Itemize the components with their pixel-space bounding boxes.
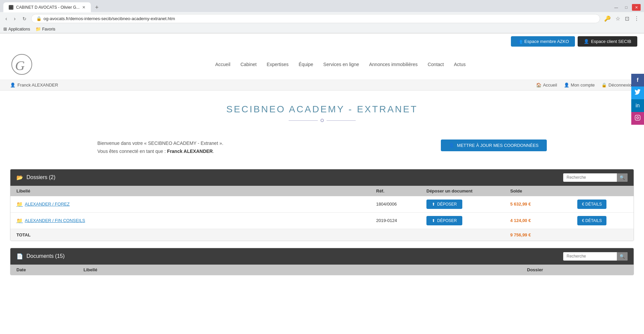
address-text: og-avocats.fr/demos-internes-secib/secib… (44, 16, 595, 21)
facebook-button[interactable]: f (631, 74, 644, 87)
divider-line-right (327, 120, 356, 121)
user-group-icon: 👥 (517, 39, 522, 44)
nav-actus[interactable]: Actus (454, 62, 466, 67)
bookmark-applications-label: Applications (8, 27, 30, 32)
new-tab-button[interactable]: + (92, 3, 101, 12)
deposer-button-2[interactable]: ⬆ DÉPOSER (426, 216, 462, 225)
more-icon[interactable]: ⋮ (633, 14, 641, 23)
details-button-1[interactable]: € DÉTAILS (577, 200, 606, 209)
total-row: TOTAL 9 756,99 € (10, 229, 634, 241)
maximize-button[interactable]: □ (622, 4, 631, 11)
back-button[interactable]: ‹ (3, 14, 9, 23)
site-nav: Accueil Cabinet Expertises Équipe Servic… (47, 62, 634, 67)
address-lock-icon: 🔒 (36, 16, 42, 21)
close-button[interactable]: ✕ (632, 4, 641, 11)
row1-deposer-cell: ⬆ DÉPOSER (426, 200, 510, 209)
bookmark-favoris[interactable]: 📁 Favoris (36, 26, 55, 32)
user-name: Franck ALEXANDER (17, 82, 58, 88)
apps-icon: ⊞ (3, 26, 7, 32)
row2-solde: 4 124,00 € (510, 218, 577, 223)
deposer-label-2: DÉPOSER (437, 218, 457, 223)
bookmark-applications[interactable]: ⊞ Applications (3, 26, 30, 32)
details-button-2[interactable]: € DÉTAILS (577, 216, 606, 225)
update-coordinates-button[interactable]: 👤 METTRE À JOUR MES COORDONNÉES (441, 140, 546, 151)
page-main-title: SECIBNEO ACADEMY - EXTRANET (7, 104, 637, 115)
title-divider (289, 119, 356, 122)
user-info: 👤 Franck ALEXANDER (10, 82, 58, 88)
nav-services[interactable]: Services en ligne (323, 62, 359, 67)
forward-button[interactable]: › (12, 14, 17, 23)
dossiers-header: 📂 Dossiers (2) 🔍 (10, 169, 634, 186)
dossiers-search-button[interactable]: 🔍 (617, 173, 628, 182)
tab-close-button[interactable]: ✕ (82, 5, 85, 10)
toolbar-icons: 🔑 ☆ ⊡ ⋮ (603, 14, 641, 23)
dossiers-col-headers: Libellé Réf. Déposer un document Solde (10, 186, 634, 196)
table-row: 📁 ALEXANDER / FOREZ 1804/0006 ⬆ DÉPOSER … (10, 196, 634, 213)
folder-fav-icon: 📁 (36, 26, 41, 32)
nav-accueil[interactable]: Accueil (215, 62, 230, 67)
col-solde: Solde (510, 188, 577, 193)
row2-ref: 2019-0124 (376, 218, 426, 223)
accueil-link[interactable]: 🏠 Accueil (536, 82, 557, 88)
mon-compte-link[interactable]: 👤 Mon compte (564, 82, 595, 88)
total-amount: 9 756,99 € (510, 232, 577, 237)
details-label-2: € DÉTAILS (582, 218, 602, 223)
deposer-label-1: DÉPOSER (437, 202, 457, 207)
accueil-label: Accueil (543, 82, 557, 88)
browser-bookmarks: ⊞ Applications 📁 Favoris (0, 25, 644, 33)
user-avatar-icon: 👤 (10, 82, 15, 88)
col-libelle: Libellé (16, 188, 376, 193)
col-deposer: Déposer un document (426, 188, 510, 193)
facebook-icon: f (637, 77, 638, 83)
star-icon[interactable]: ☆ (614, 14, 622, 23)
welcome-section: Bienvenue dans votre « SECIBNEO ACADEMY … (87, 136, 557, 162)
espace-client-button[interactable]: 👤 Espace client SECIB (578, 36, 637, 47)
row1-libelle-text: ALEXANDER / FOREZ (25, 202, 70, 207)
svg-rect-0 (635, 115, 640, 120)
folder-open-icon: 📂 (16, 174, 23, 181)
instagram-icon (635, 115, 641, 122)
site-nav-area: G Accueil Cabinet Expertises Équipe Serv… (0, 49, 644, 80)
browser-tab[interactable]: 🏛 CABINET D AVOCATS - Olivier G... ✕ (3, 2, 91, 12)
nav-contact[interactable]: Contact (428, 62, 444, 67)
divider-line-left (289, 120, 318, 121)
alexander-forez-link[interactable]: 📁 ALEXANDER / FOREZ (16, 201, 376, 207)
total-label: TOTAL (16, 232, 376, 237)
deconnexion-label: Déconnexion (608, 82, 634, 88)
row1-details-cell: € DÉTAILS (577, 200, 628, 209)
nav-expertises[interactable]: Expertises (267, 62, 288, 67)
details-label-1: € DÉTAILS (582, 202, 602, 207)
row2-libelle-text: ALEXANDER / FIN CONSEILS (25, 218, 85, 223)
row1-libelle: 📁 ALEXANDER / FOREZ (16, 201, 376, 207)
dossiers-search-box: 🔍 (563, 173, 628, 182)
address-bar[interactable]: 🔒 og-avocats.fr/demos-internes-secib/sec… (31, 14, 600, 23)
deposer-button-1[interactable]: ⬆ DÉPOSER (426, 200, 462, 209)
reload-button[interactable]: ↻ (20, 15, 28, 23)
nav-equipe[interactable]: Équipe (299, 62, 313, 67)
browser-titlebar: 🏛 CABINET D AVOCATS - Olivier G... ✕ + —… (0, 0, 644, 12)
espace-membre-button[interactable]: 👥 Espace membre AZKO (511, 36, 575, 47)
welcome-user-name: Franck ALEXANDER (167, 149, 213, 154)
page-wrapper: 👥 Espace membre AZKO 👤 Espace client SEC… (0, 34, 644, 282)
alexander-fin-conseils-link[interactable]: 📁 ALEXANDER / FIN CONSEILS (16, 218, 376, 224)
documents-search-button[interactable]: 🔍 (617, 252, 628, 261)
nav-cabinet[interactable]: Cabinet (240, 62, 256, 67)
site-header-top: 👥 Espace membre AZKO 👤 Espace client SEC… (0, 34, 644, 49)
update-button-label: METTRE À JOUR MES COORDONNÉES (457, 143, 538, 148)
dossiers-search-input[interactable] (563, 173, 617, 181)
tab-favicon: 🏛 (9, 5, 13, 10)
browser-chrome: 🏛 CABINET D AVOCATS - Olivier G... ✕ + —… (0, 0, 644, 34)
twitter-button[interactable] (631, 87, 644, 99)
col-actions (577, 188, 628, 193)
instagram-button[interactable] (631, 112, 644, 125)
deconnexion-link[interactable]: 🔒 Déconnexion (601, 82, 634, 88)
minimize-button[interactable]: — (612, 4, 621, 11)
cast-icon[interactable]: ⊡ (624, 14, 631, 23)
row2-libelle: 📁 ALEXANDER / FIN CONSEILS (16, 218, 376, 224)
linkedin-button[interactable]: in (631, 99, 644, 112)
doc-col-date: Date (16, 267, 83, 272)
documents-search-input[interactable] (563, 252, 617, 260)
nav-annonces[interactable]: Annonces immobilières (369, 62, 418, 67)
key-icon[interactable]: 🔑 (603, 14, 612, 23)
documents-section: 📄 Documents (15) 🔍 Date Libellé Dossier (10, 248, 634, 275)
